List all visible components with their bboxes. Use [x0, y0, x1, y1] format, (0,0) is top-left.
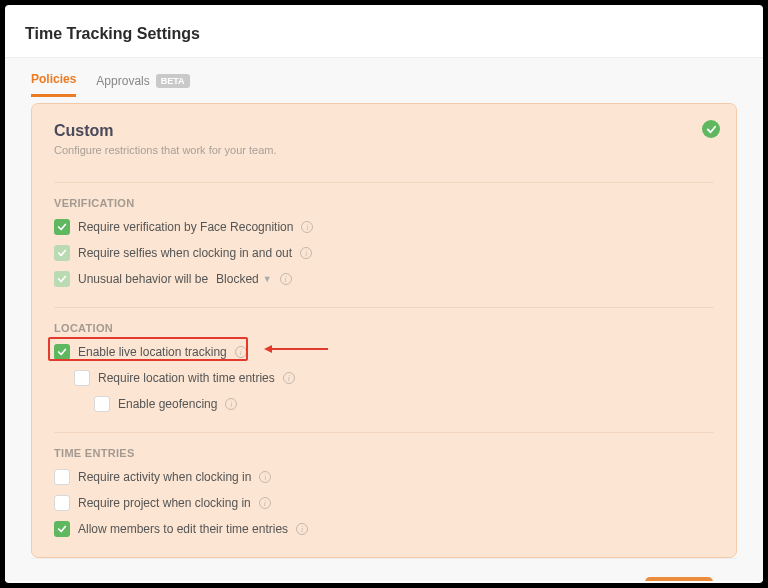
info-icon[interactable]: i — [259, 497, 271, 509]
option-unusual: Unusual behavior will be Blocked ▼ i — [54, 271, 714, 287]
checkbox-unusual[interactable] — [54, 271, 70, 287]
option-require-activity: Require activity when clocking in i — [54, 469, 714, 485]
option-geofencing: Enable geofencing i — [94, 396, 714, 412]
section-time-entries-label: TIME ENTRIES — [54, 447, 714, 459]
info-icon[interactable]: i — [296, 523, 308, 535]
checkbox-require-activity[interactable] — [54, 469, 70, 485]
beta-badge: BETA — [156, 74, 190, 88]
option-live-location: Enable live location tracking i — [54, 344, 714, 360]
unusual-select[interactable]: Blocked ▼ — [216, 272, 272, 286]
checkbox-face-recognition[interactable] — [54, 219, 70, 235]
section-verification: VERIFICATION Require verification by Fac… — [54, 182, 714, 287]
option-geofencing-label: Enable geofencing — [118, 397, 217, 411]
option-face-recognition: Require verification by Face Recognition… — [54, 219, 714, 235]
option-live-location-label: Enable live location tracking — [78, 345, 227, 359]
chevron-down-icon: ▼ — [263, 274, 272, 284]
tabs: Policies Approvals BETA — [15, 58, 753, 97]
footer: Cancel Save — [31, 558, 737, 581]
info-icon[interactable]: i — [300, 247, 312, 259]
option-require-project-label: Require project when clocking in — [78, 496, 251, 510]
tab-policies-label: Policies — [31, 72, 76, 86]
checkbox-allow-edit[interactable] — [54, 521, 70, 537]
page-title: Time Tracking Settings — [25, 25, 743, 43]
option-require-activity-label: Require activity when clocking in — [78, 470, 251, 484]
page-header: Time Tracking Settings — [5, 5, 763, 58]
section-time-entries: TIME ENTRIES Require activity when clock… — [54, 432, 714, 537]
option-allow-edit: Allow members to edit their time entries… — [54, 521, 714, 537]
save-button[interactable]: Save — [645, 577, 713, 581]
checkbox-require-location[interactable] — [74, 370, 90, 386]
card-selected-icon — [702, 120, 720, 138]
option-require-location-label: Require location with time entries — [98, 371, 275, 385]
option-allow-edit-label: Allow members to edit their time entries — [78, 522, 288, 536]
settings-card: Custom Configure restrictions that work … — [31, 103, 737, 558]
option-selfies-label: Require selfies when clocking in and out — [78, 246, 292, 260]
info-icon[interactable]: i — [225, 398, 237, 410]
section-location: LOCATION Enable live location tracking i… — [54, 307, 714, 412]
info-icon[interactable]: i — [259, 471, 271, 483]
section-verification-label: VERIFICATION — [54, 197, 714, 209]
checkbox-require-project[interactable] — [54, 495, 70, 511]
card-subtitle: Configure restrictions that work for you… — [54, 144, 714, 156]
tab-approvals[interactable]: Approvals BETA — [96, 72, 189, 97]
info-icon[interactable]: i — [280, 273, 292, 285]
checkbox-selfies[interactable] — [54, 245, 70, 261]
option-require-project: Require project when clocking in i — [54, 495, 714, 511]
checkbox-live-location[interactable] — [54, 344, 70, 360]
option-require-location: Require location with time entries i — [74, 370, 714, 386]
tab-approvals-label: Approvals — [96, 74, 149, 88]
option-unusual-label: Unusual behavior will be — [78, 272, 208, 286]
info-icon[interactable]: i — [283, 372, 295, 384]
unusual-select-value: Blocked — [216, 272, 259, 286]
info-icon[interactable]: i — [235, 346, 247, 358]
option-selfies: Require selfies when clocking in and out… — [54, 245, 714, 261]
section-location-label: LOCATION — [54, 322, 714, 334]
info-icon[interactable]: i — [301, 221, 313, 233]
option-face-recognition-label: Require verification by Face Recognition — [78, 220, 293, 234]
checkbox-geofencing[interactable] — [94, 396, 110, 412]
tab-policies[interactable]: Policies — [31, 72, 76, 97]
card-title: Custom — [54, 122, 714, 140]
